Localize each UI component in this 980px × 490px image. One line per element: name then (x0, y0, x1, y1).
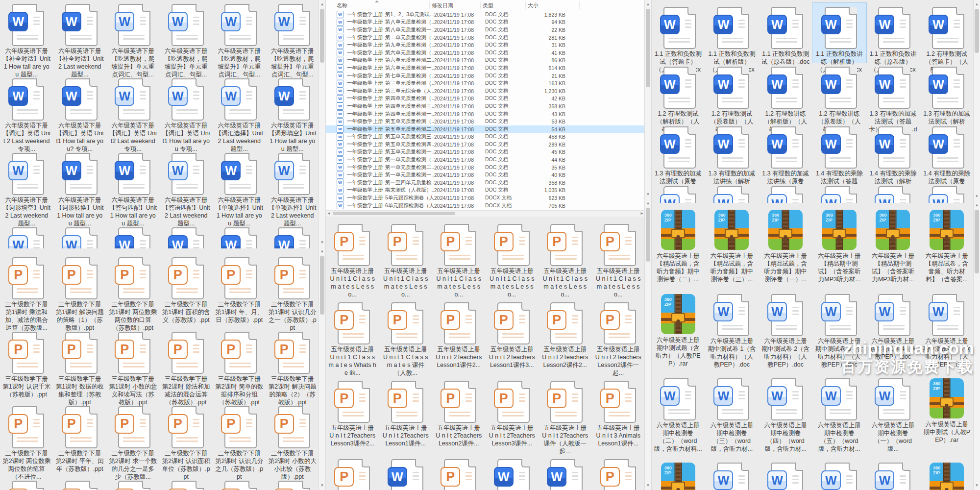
file-item[interactable]: 360ZIP六年级英语上册【精品期中测试】（含答案听力MP3听力材... (812, 206, 866, 290)
file-item[interactable]: W (920, 182, 974, 203)
file-item[interactable]: W六年级英语下册【词汇】英语 Unit2 Last weekend专项... (106, 74, 160, 149)
file-row[interactable]: W一年级数学上册第五单元质量检测（...2024/11/19 17:08DOC … (326, 118, 645, 125)
file-item[interactable]: P五年级英语上册 U n i t 2Teachers Lesson3课件... (486, 377, 539, 455)
scroll-down-icon[interactable]: ▼ (319, 240, 325, 245)
file-item[interactable]: P三年级数学下册 第2课时 求一个数的几分之一是多少（苏教版... (106, 402, 160, 477)
file-item[interactable]: W1.3 有理数的加减法测试（答题卡）（人教版）.docx (866, 63, 920, 122)
file-item[interactable]: W六年级英语上册 期中测试卷 2（含听力材料）（人教PEP）.doc (759, 290, 812, 374)
file-row[interactable]: W一年级数学上册第一单元质量检测（...2024/11/19 17:08DOC … (326, 156, 645, 164)
file-item[interactable]: P三年级数学下册 第1课时 认识几分之一（苏教版）.ppt (266, 253, 319, 328)
file-item[interactable]: P五年级英语上册 U n i t 2Teachers Lesson1课件3... (486, 298, 539, 377)
file-item[interactable]: W1.2 有理数测试（原卷版）（人教版）.docx (705, 63, 759, 122)
right-scrollbar[interactable]: ▲ ▼ ▲ ▼ (973, 0, 980, 490)
file-row[interactable]: W一年级数学上册第七单元质量检测（...2024/11/19 17:08DOC … (326, 72, 645, 80)
file-item[interactable]: P (53, 477, 107, 490)
file-item[interactable]: W六年级英语下册【吃透教材，爬坡提升】单元重点词汇、句型... (213, 0, 266, 74)
file-item[interactable]: P五年级英语上册 U n i t 1 C l a s s m a t e s L… (326, 220, 379, 298)
file-item[interactable]: W1.3 有理数的加减法测试（解析版）.docx (920, 63, 974, 122)
file-item[interactable]: P五年级英语上册 U n i t 3 Animals Lesson1课件... (592, 377, 645, 455)
file-item[interactable]: P三年级数学下册 第1课时 面积的含义（苏教版）.ppt (160, 253, 213, 328)
file-item[interactable]: P五年级英语上册 U n i t 2Teachers Lesson2课件一起..… (592, 298, 645, 377)
file-item[interactable]: W六年级英语下册【词形转换】Unit1 How tall are you 题型.… (53, 149, 107, 223)
file-item[interactable]: W (486, 455, 539, 490)
file-row[interactable]: W一年级数学上册第一单元质量检测二...2024/11/19 17:08DOC … (326, 164, 645, 172)
file-item[interactable]: P五年级英语上册 U n i t 1 C l a s s m a t e s L… (539, 220, 592, 298)
file-item[interactable]: W (106, 223, 160, 248)
file-item[interactable]: W (812, 459, 866, 490)
file-item[interactable]: W六年级英语上册 期中检测卷（一）（word版... (866, 374, 920, 459)
file-item[interactable]: P (592, 455, 645, 490)
file-item[interactable]: P三年级数学下册 第1课时 小数的意义和读写法（苏教版）.ppt (106, 328, 160, 402)
file-item[interactable]: W1.2 有理数测试（答题卡）（人教版）.docx (920, 3, 974, 63)
scroll-thumb[interactable] (975, 210, 979, 273)
file-item[interactable]: W六年级英语上册 期中检测卷（五）（word版，含听力材... (812, 374, 866, 459)
file-item[interactable]: P五年级英语上册 U n i t 1 C l a s s m a t e s L… (379, 220, 433, 298)
file-item[interactable]: W六年级英语下册【答句匹配】Unit1 How tall are you 题型.… (106, 149, 160, 223)
file-row[interactable]: W一年级数学上册第八单元质量检测（...2024/11/19 17:08DOC … (326, 19, 645, 26)
column-header-type[interactable]: 类型 (481, 1, 526, 9)
file-item[interactable]: P (213, 477, 266, 490)
file-item[interactable]: P三年级数学下册 第2课时 简单的数据排序和分组（苏教版）.ppt (213, 328, 266, 402)
column-header-size[interactable]: 大小 (526, 1, 580, 9)
file-item[interactable]: P五年级英语上册 U n i t 1 C l a s s m a t e s L… (432, 220, 486, 298)
left-scrollbar[interactable]: ▲ ▼ ▲ ▼ (318, 0, 326, 490)
file-item[interactable]: W1.1 正数和负数测试（答题卡）（人教版）.docx (651, 3, 705, 63)
file-row[interactable]: W一年级数学上册第二单元质量检测（...2024/11/19 17:08DOC … (326, 34, 645, 42)
file-row[interactable]: W一年级数学上册第九单元质量检测（...2024/11/19 17:08DOC … (326, 41, 645, 49)
scroll-right-icon[interactable]: ► (640, 211, 644, 216)
scroll-down-icon[interactable]: ▼ (645, 192, 651, 197)
file-row[interactable]: W一年级数学上册第一至四单元质量检...2024/11/19 17:08DOC … (326, 179, 645, 187)
file-item[interactable]: W1.4 有理数的乘除法测试（解析版）.docx (866, 122, 920, 182)
file-item[interactable]: P五年级英语上册 U n i t 2Teachers Lesson1课件... (379, 377, 433, 455)
file-item[interactable]: P三年级数学下册 第2课时 认识几分之几（苏教版）.ppt (213, 402, 266, 477)
horizontal-scroll-thumb[interactable] (333, 212, 455, 215)
file-item[interactable]: P五年级英语上册 U n i t 2Teachers Lesson2课件... (432, 377, 486, 455)
file-item[interactable]: W六年级英语下册【词形填空】Unit1 How tall are you 题型.… (266, 74, 319, 149)
file-item[interactable]: W六年级英语上册 期中检测卷（三）（word版，含听力材... (705, 374, 759, 459)
file-row[interactable]: W一年级数学上册6单元跟踪检测卷（人...2024/11/19 17:08DOC… (326, 202, 645, 210)
file-item[interactable]: W (651, 182, 705, 203)
file-row[interactable]: W一年级数学上册第四单元质量检测三...2024/11/19 17:08DOC … (326, 102, 645, 110)
scroll-thumb[interactable] (320, 9, 324, 63)
file-item[interactable]: W六年级英语下册【词汇】英语 Unit1 How tall are you 专项… (160, 74, 213, 149)
file-item[interactable]: W1.2 有理数讲练（解析版）（人教版）.docx (759, 63, 812, 122)
file-row[interactable]: W一年级数学上册第1、2、3单元测试...2024/11/19 17:08DOC… (326, 11, 645, 19)
file-item[interactable]: W (866, 182, 920, 203)
scroll-thumb[interactable] (646, 9, 650, 87)
file-item[interactable]: W1.1 正数和负数测试（解析版）（人教版）.docx (705, 3, 759, 63)
file-item[interactable]: P (0, 477, 53, 490)
file-item[interactable]: W六年级英语下册【词汇】英语 Unit1 How tall are you? 专… (53, 74, 107, 149)
file-item[interactable]: P三年级数学下册 第1课时 两位数乘两位数的口算（苏教版）.ppt (106, 253, 160, 328)
file-item[interactable]: W (160, 223, 213, 248)
file-row[interactable]: W一年级数学上册第五单元质量检测二...2024/11/19 17:08DOC … (326, 125, 645, 133)
file-item[interactable]: W1.1 正数和负数测试（原卷版）.docx (759, 3, 812, 63)
file-item[interactable]: P (432, 455, 486, 490)
file-item[interactable]: P三年级数学下册 第1课时 解决问题的策略（1）（苏教版）.ppt (53, 253, 107, 328)
scroll-thumb[interactable] (646, 208, 650, 262)
horizontal-scrollbar[interactable]: ◄ ► (326, 210, 645, 217)
file-item[interactable]: P三年级数学下册 第1课时 数据的收集和整理（苏教版）.ppt (53, 328, 107, 402)
file-item[interactable]: W六年级英语下册【答语匹配】Unit 2 Last weekend 题型... (160, 149, 213, 223)
file-item[interactable]: W (53, 223, 107, 248)
scroll-down-icon[interactable]: ▼ (974, 483, 980, 488)
file-item[interactable]: P五年级英语上册 U n i t 2Teachers Lesson2课件2... (539, 298, 592, 377)
file-item[interactable]: P (266, 477, 319, 490)
file-item[interactable]: W六年级英语上册 期中检测卷（四）（word版，含听力材... (759, 374, 812, 459)
file-item[interactable]: P三年级数学下册 第1课时 乘法和加、减法的混合运算（苏教版... (0, 253, 53, 328)
file-item[interactable]: P三年级数学下册 第2课时 解决问题的策略（2）（苏教版）.ppt (266, 328, 319, 402)
file-item[interactable]: W (812, 182, 866, 203)
scroll-thumb[interactable] (320, 256, 324, 315)
file-row[interactable]: W一年级数学上册第四单元质量检测一...2024/11/19 17:08DOC … (326, 110, 645, 118)
scroll-up-icon[interactable]: ▲ (319, 2, 325, 7)
file-item[interactable]: W (266, 223, 319, 248)
file-item[interactable]: P五年级英语上册 U n i t 1 C l a s s m a t e s L… (592, 220, 645, 298)
file-row[interactable]: W一年级数学上册第六单元质量检测一...2024/11/19 17:08DOC … (326, 64, 645, 72)
file-item[interactable]: W六年级英语下册【吃透教材，爬坡提升】单元重点词汇、句型... (266, 0, 319, 74)
file-item[interactable]: W (213, 223, 266, 248)
file-row[interactable]: W一年级数学上册第八单元质量检测一...2024/11/19 17:08DOC … (326, 26, 645, 34)
column-header-date[interactable]: 修改日期 (430, 1, 481, 9)
file-item[interactable]: P (106, 477, 160, 490)
file-item[interactable]: P三年级数学下册 第2课时 认识面积单位（苏教版）.ppt (160, 402, 213, 477)
file-item[interactable]: W (379, 455, 433, 490)
scroll-left-icon[interactable]: ◄ (327, 211, 331, 216)
